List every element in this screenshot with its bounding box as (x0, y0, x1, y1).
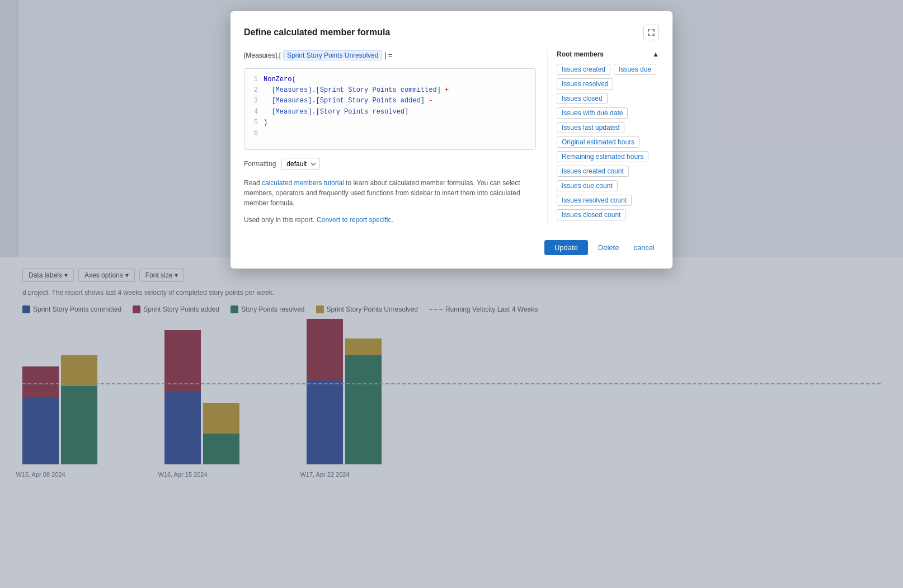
modal-body: [Measures].[ Sprint Story Points Unresol… (244, 50, 659, 224)
modal-left: [Measures].[ Sprint Story Points Unresol… (244, 50, 536, 224)
code-line-5: 5 ) (250, 117, 530, 128)
modal-overlay: Define calculated member formula [Measur… (0, 0, 903, 588)
member-tag-remaining-estimated-hours[interactable]: Remaining estimated hours (557, 151, 648, 162)
member-tag-issues-closed-count[interactable]: Issues closed count (557, 209, 625, 220)
code-line-6: 6 (250, 128, 530, 139)
code-line-2: 2 [Measures].[Sprint Story Points commit… (250, 85, 530, 96)
modal-expand-button[interactable] (643, 25, 659, 40)
modal-header: Define calculated member formula (244, 25, 659, 40)
info-text: Read calculated members tutorial to lear… (244, 178, 536, 208)
convert-to-report-link[interactable]: Convert to report specific. (317, 216, 393, 224)
cancel-button[interactable]: cancel (629, 240, 659, 255)
member-tag-issues-created[interactable]: Issues created (557, 64, 610, 75)
modal-title: Define calculated member formula (244, 27, 390, 37)
formula-measures-prefix: [Measures].[ (244, 51, 281, 59)
footer-right: Update Delete cancel (544, 240, 659, 255)
modal-footer: Update Delete cancel (244, 233, 659, 255)
member-tag-issues-due-count[interactable]: Issues due count (557, 180, 618, 191)
delete-button[interactable]: Delete (594, 240, 624, 255)
tutorial-link[interactable]: calculated members tutorial (262, 179, 344, 187)
formula-member-tag: Sprint Story Points Unresolved (283, 50, 382, 60)
code-line-3: 3 [Measures].[Sprint Story Points added]… (250, 96, 530, 106)
code-line-1: 1 NonZero( (250, 74, 530, 85)
member-tag-issues-closed[interactable]: Issues closed (557, 93, 608, 104)
code-editor[interactable]: 1 NonZero( 2 [Measures].[Sprint Story Po… (244, 68, 536, 150)
code-line-4: 4 [Measures].[Story Points resolved] (250, 107, 530, 117)
formatting-label: Formatting (244, 160, 276, 168)
update-button[interactable]: Update (544, 240, 588, 255)
member-tag-issues-resolved-count[interactable]: Issues resolved count (557, 195, 632, 206)
member-tag-issues-due[interactable]: Issues due (614, 64, 656, 75)
formatting-row: Formatting default (244, 158, 536, 170)
member-tag-issues-created-count[interactable]: Issues created count (557, 166, 629, 177)
formatting-select[interactable]: default (281, 158, 320, 170)
modal-dialog: Define calculated member formula [Measur… (231, 11, 672, 269)
modal-right-panel: Root members ▲ Issues created Issues due… (547, 50, 659, 224)
chevron-up-icon: ▲ (652, 50, 659, 58)
used-only-text: Used only in this report. Convert to rep… (244, 216, 536, 224)
formula-header: [Measures].[ Sprint Story Points Unresol… (244, 50, 536, 60)
root-members-header: Root members ▲ (557, 50, 659, 58)
member-tag-original-estimated-hours[interactable]: Original estimated hours (557, 137, 639, 148)
root-members-list: Issues created Issues due Issues resolve… (557, 64, 659, 224)
expand-icon (647, 29, 655, 36)
member-tag-issues-resolved[interactable]: Issues resolved (557, 78, 613, 90)
member-tag-issues-with-due-date[interactable]: Issues with due date (557, 107, 628, 119)
member-tag-issues-last-updated[interactable]: Issues last updated (557, 122, 624, 133)
formula-equals: ] = (384, 51, 392, 59)
